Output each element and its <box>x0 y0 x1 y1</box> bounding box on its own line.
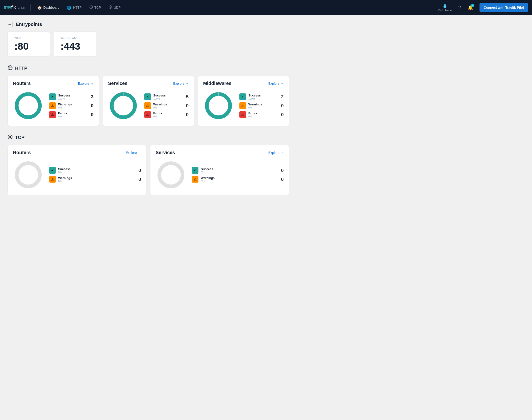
http-services-warnings-label: Warnings <box>153 103 182 106</box>
entrypoints-row: WEB :80 WEBSECURE :443 <box>8 31 289 57</box>
http-services-warnings-pct: 0% <box>153 106 182 109</box>
main-content: →| Entrypoints WEB :80 WEBSECURE :443 HT… <box>0 15 297 210</box>
http-middlewares-warnings-label-wrap: Warnings 0% <box>248 103 277 109</box>
http-services-success-count: 5 <box>184 94 189 100</box>
tcp-icon <box>89 5 93 10</box>
http-services-explore[interactable]: Explore → <box>173 82 189 85</box>
tcp-routers-explore[interactable]: Explore → <box>126 151 141 155</box>
connect-pilot-button[interactable]: Connect with Traefik Pilot <box>480 3 528 12</box>
error-icon: ⚠ <box>49 111 56 118</box>
nav-dashboard-label: Dashboard <box>43 6 60 9</box>
tcp-services-success-label-wrap: Success 0% <box>201 167 277 174</box>
error-icon: ⚠ <box>144 111 151 118</box>
notifications-button[interactable]: 🔔 1 <box>465 3 476 12</box>
tcp-services-donut <box>156 160 186 190</box>
http-middlewares-errors-count: 0 <box>279 112 284 117</box>
http-services-errors-pct: 0% <box>153 115 182 118</box>
dark-theme-label: Dark theme <box>438 9 452 12</box>
tcp-services-stats: ✔ Success 0% 0 ⚠ Warnings 0% 0 <box>192 167 284 183</box>
http-routers-body: ✔ Success 100% 3 ⚠ Warnings 0% 0 <box>13 90 93 121</box>
http-services-card: Services Explore → ✔ Success 100% <box>103 76 194 126</box>
http-routers-success-row: ✔ Success 100% 3 <box>49 93 93 100</box>
version-label: 2.4.8 <box>18 6 25 9</box>
logo-suffix: fik <box>11 4 16 10</box>
nav-item-tcp[interactable]: TCP <box>86 3 104 12</box>
tcp-routers-success-count: 0 <box>136 168 141 173</box>
http-services-title: Services <box>108 81 127 86</box>
tcp-routers-success-label: Success <box>58 167 134 171</box>
http-cards-row: Routers Explore → ✔ Success 100% <box>8 76 289 126</box>
entrypoint-card-web[interactable]: WEB :80 <box>8 31 50 57</box>
success-icon: ✔ <box>239 93 246 100</box>
http-section-icon <box>8 65 13 72</box>
svg-point-10 <box>112 94 135 117</box>
tcp-services-explore[interactable]: Explore → <box>268 151 284 155</box>
logo[interactable]: træfik 2.4.8 <box>4 4 25 11</box>
entrypoint-web-label: WEB <box>14 36 43 40</box>
tcp-section-title: TCP <box>15 135 25 140</box>
nav-http-label: HTTP <box>73 6 82 9</box>
logo-text: træfik <box>4 4 16 11</box>
home-icon: 🏠 <box>37 5 42 10</box>
tcp-services-success-count: 0 <box>279 168 284 173</box>
svg-point-3 <box>110 7 111 8</box>
http-middlewares-warnings-pct: 0% <box>248 106 277 109</box>
warning-icon: ⚠ <box>192 176 198 183</box>
http-services-header: Services Explore → <box>108 81 189 86</box>
http-routers-errors-pct: 0% <box>58 115 86 118</box>
notification-badge: 1 <box>471 4 474 7</box>
tcp-routers-success-pct: 0% <box>58 171 134 174</box>
http-services-success-label-wrap: Success 100% <box>153 94 182 100</box>
tcp-services-warnings-pct: 0% <box>201 180 277 183</box>
tcp-routers-warnings-count: 0 <box>136 177 141 182</box>
http-section-header: HTTP <box>8 65 289 72</box>
http-routers-donut <box>13 90 44 121</box>
help-button[interactable]: ? <box>456 3 463 12</box>
tcp-routers-warnings-label: Warnings <box>58 176 134 180</box>
http-middlewares-header: Middlewares Explore → <box>203 81 284 86</box>
success-icon: ✔ <box>49 93 56 100</box>
http-services-success-pct: 100% <box>153 97 182 100</box>
udp-icon <box>108 5 112 10</box>
tcp-services-success-label: Success <box>201 167 277 171</box>
nav-item-dashboard[interactable]: 🏠 Dashboard <box>34 3 62 12</box>
tcp-routers-success-label-wrap: Success 0% <box>58 167 134 174</box>
warning-icon: ⚠ <box>49 176 56 183</box>
nav-tcp-label: TCP <box>94 6 101 9</box>
http-services-warnings-row: ⚠ Warnings 0% 0 <box>144 102 189 109</box>
svg-point-8 <box>17 94 40 117</box>
http-middlewares-explore[interactable]: Explore → <box>268 82 284 85</box>
nav-item-udp[interactable]: UDP <box>106 3 123 12</box>
http-middlewares-warnings-count: 0 <box>279 103 284 108</box>
http-middlewares-body: ✔ Success 100% 2 ⚠ Warnings 0% 0 <box>203 90 284 121</box>
http-middlewares-success-pct: 100% <box>248 97 277 100</box>
http-services-errors-count: 0 <box>184 112 189 117</box>
entrypoint-web-port: :80 <box>14 41 43 52</box>
http-services-success-row: ✔ Success 100% 5 <box>144 93 189 100</box>
http-middlewares-card: Middlewares Explore → ✔ Success 100% <box>198 76 289 126</box>
http-middlewares-donut <box>203 90 234 121</box>
svg-point-14 <box>9 136 11 138</box>
http-services-donut <box>108 90 139 121</box>
entrypoints-title: Entrypoints <box>16 22 42 27</box>
nav-udp-label: UDP <box>114 6 121 9</box>
dark-theme-toggle[interactable]: 💧 Dark theme <box>436 2 454 13</box>
http-middlewares-errors-label-wrap: Errors 0% <box>248 112 277 118</box>
http-section-title: HTTP <box>15 66 27 71</box>
svg-point-15 <box>17 163 40 187</box>
svg-point-1 <box>91 7 91 8</box>
http-middlewares-success-count: 2 <box>279 94 284 100</box>
http-services-errors-label: Errors <box>153 112 182 115</box>
tcp-section-icon <box>8 134 13 141</box>
entrypoint-card-websecure[interactable]: WEBSECURE :443 <box>54 31 96 57</box>
tcp-services-card: Services Explore → ✔ Success 0% <box>150 145 289 195</box>
water-drop-icon: 💧 <box>442 3 447 8</box>
success-icon: ✔ <box>192 167 198 174</box>
warning-icon: ⚠ <box>239 102 246 109</box>
http-routers-explore[interactable]: Explore → <box>78 82 93 85</box>
nav-item-http[interactable]: 🌐 HTTP <box>64 3 85 12</box>
http-routers-stats: ✔ Success 100% 3 ⚠ Warnings 0% 0 <box>49 93 93 118</box>
tcp-services-warnings-label-wrap: Warnings 0% <box>201 176 277 183</box>
tcp-services-success-pct: 0% <box>201 171 277 174</box>
tcp-section-header: TCP <box>8 134 289 141</box>
